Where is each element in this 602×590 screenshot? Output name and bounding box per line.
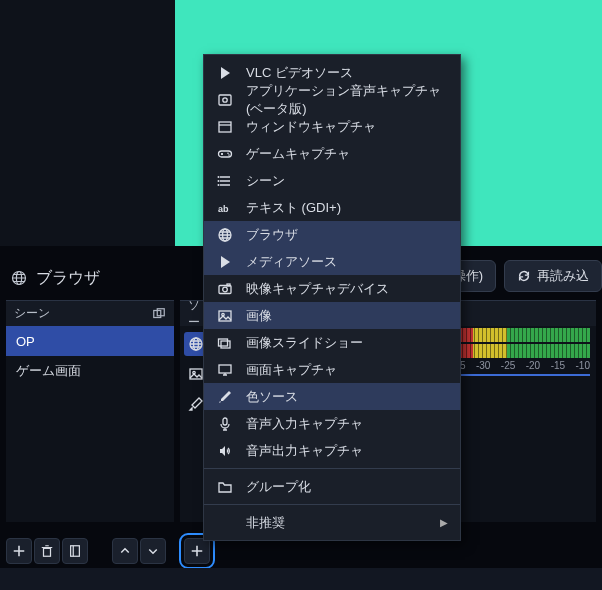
menu-item-label: 音声入力キャプチャ (246, 415, 363, 433)
add-scene-button[interactable] (6, 538, 32, 564)
menu-item-label: メディアソース (246, 253, 337, 271)
svg-rect-6 (190, 369, 202, 379)
svg-rect-12 (219, 122, 231, 132)
svg-rect-25 (219, 311, 231, 321)
app-audio-icon (216, 91, 234, 109)
play-icon (216, 64, 234, 82)
svg-point-16 (218, 176, 220, 178)
mic-icon (216, 415, 234, 433)
gamepad-icon (216, 145, 234, 163)
menu-item[interactable]: abテキスト (GDI+) (204, 194, 460, 221)
image-icon (216, 307, 234, 325)
svg-point-17 (218, 180, 220, 182)
menu-item-label: 画像 (246, 307, 272, 325)
blank-icon (216, 514, 234, 532)
window-icon (216, 118, 234, 136)
menu-item-label: 画像スライドショー (246, 334, 363, 352)
status-label: ブラウザ (36, 268, 100, 289)
svg-rect-30 (223, 418, 227, 425)
audio-meter (451, 344, 590, 358)
remove-scene-button[interactable] (34, 538, 60, 564)
mixer-slider[interactable] (451, 374, 590, 376)
menu-item-label: VLC ビデオソース (246, 64, 353, 82)
scene-icon (216, 172, 234, 190)
svg-rect-9 (71, 546, 80, 557)
chevron-right-icon: ▶ (440, 517, 448, 528)
menu-item[interactable]: 音声出力キャプチャ (204, 437, 460, 464)
scene-item[interactable]: ゲーム画面 (6, 356, 174, 386)
menu-item[interactable]: ゲームキャプチャ (204, 140, 460, 167)
menu-item-label: ブラウザ (246, 226, 298, 244)
svg-rect-13 (219, 151, 232, 157)
scenes-panel: シーン OP ゲーム画面 (6, 300, 174, 522)
svg-point-23 (223, 287, 228, 292)
menu-item-label: ゲームキャプチャ (246, 145, 350, 163)
svg-rect-28 (221, 341, 230, 348)
menu-item[interactable]: 非推奨▶ (204, 509, 460, 536)
menu-item[interactable]: ブラウザ (204, 221, 460, 248)
move-down-button[interactable] (140, 538, 166, 564)
add-source-button[interactable] (184, 538, 210, 564)
svg-point-11 (223, 97, 227, 101)
menu-item-label: テキスト (GDI+) (246, 199, 341, 217)
footer (0, 568, 602, 590)
menu-item[interactable]: 画面キャプチャ (204, 356, 460, 383)
svg-rect-27 (219, 339, 228, 346)
menu-item-label: 映像キャプチャデバイス (246, 280, 389, 298)
menu-item-label: グループ化 (246, 478, 311, 496)
menu-item[interactable]: 映像キャプチャデバイス (204, 275, 460, 302)
menu-item-label: アプリケーション音声キャプチャ (ベータ版) (246, 82, 448, 118)
menu-item[interactable]: メディアソース (204, 248, 460, 275)
menu-item-label: 画面キャプチャ (246, 361, 337, 379)
slideshow-icon (216, 334, 234, 352)
filter-scene-button[interactable] (62, 538, 88, 564)
menu-item-label: 音声出力キャプチャ (246, 442, 363, 460)
menu-item[interactable]: 音声入力キャプチャ (204, 410, 460, 437)
add-source-menu: VLC ビデオソースアプリケーション音声キャプチャ (ベータ版)ウィンドウキャプ… (203, 54, 461, 541)
scene-item[interactable]: OP (6, 326, 174, 356)
move-up-button[interactable] (112, 538, 138, 564)
dock-icon[interactable] (152, 307, 166, 321)
svg-point-14 (227, 152, 229, 154)
scenes-toolbar (6, 538, 210, 564)
svg-text:ab: ab (218, 204, 229, 214)
menu-item[interactable]: 色ソース (204, 383, 460, 410)
menu-item[interactable]: シーン (204, 167, 460, 194)
menu-item-label: シーン (246, 172, 285, 190)
folder-icon (216, 478, 234, 496)
color-icon (216, 388, 234, 406)
svg-rect-10 (219, 95, 231, 105)
camera-icon (216, 280, 234, 298)
globe-icon (216, 226, 234, 244)
menu-item[interactable]: グループ化 (204, 473, 460, 500)
play-icon (216, 253, 234, 271)
speaker-icon (216, 442, 234, 460)
svg-rect-8 (44, 548, 51, 556)
menu-item-label: 色ソース (246, 388, 298, 406)
svg-point-18 (218, 184, 220, 186)
text-icon: ab (216, 199, 234, 217)
menu-item[interactable]: アプリケーション音声キャプチャ (ベータ版) (204, 86, 460, 113)
svg-rect-29 (219, 365, 231, 373)
audio-meter (451, 328, 590, 342)
menu-item[interactable]: 画像スライドショー (204, 329, 460, 356)
mixer-scale: -35-30-25-20-15-10 (451, 358, 590, 372)
reload-button[interactable]: 再読み込 (504, 260, 602, 292)
globe-icon (10, 269, 28, 287)
screen-icon (216, 361, 234, 379)
menu-item-label: ウィンドウキャプチャ (246, 118, 376, 136)
menu-item[interactable]: 画像 (204, 302, 460, 329)
menu-item-label: 非推奨 (246, 514, 285, 532)
scenes-title: シーン (14, 305, 50, 322)
refresh-icon (517, 269, 531, 283)
svg-point-15 (228, 154, 230, 156)
